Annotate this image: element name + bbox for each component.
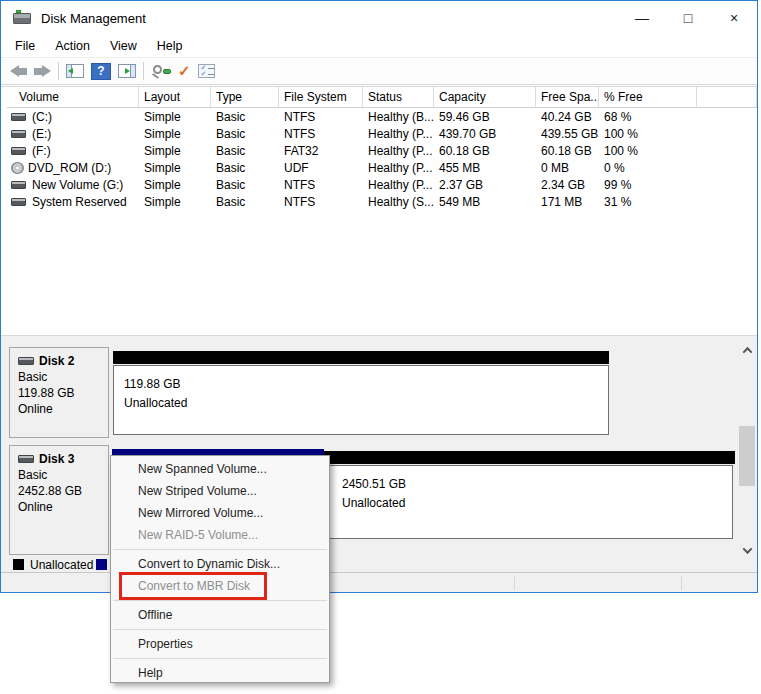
region-size: 2450.51 GB	[342, 475, 732, 494]
cell-percent-free: 68 %	[599, 110, 697, 124]
volume-row-e[interactable]: (E:) Simple Basic NTFS Healthy (P... 439…	[7, 125, 757, 142]
commit-check-button[interactable]: ✓	[178, 60, 191, 82]
scroll-up-button[interactable]	[739, 342, 755, 358]
disk2-unallocated-region[interactable]: 119.88 GB Unallocated	[113, 365, 609, 435]
menu-help[interactable]: Help	[147, 37, 193, 55]
cell-free-space: 171 MB	[536, 195, 599, 209]
column-header-layout[interactable]: Layout	[139, 87, 211, 107]
column-header-volume[interactable]: Volume	[7, 87, 139, 107]
menu-item-properties[interactable]: Properties	[111, 633, 329, 655]
disk-type: Basic	[18, 467, 108, 483]
volume-name: (E:)	[32, 127, 51, 141]
menu-item-offline[interactable]: Offline	[111, 604, 329, 626]
volume-row-f[interactable]: (F:) Simple Basic FAT32 Healthy (P... 60…	[7, 142, 757, 159]
primary-partition-legend-swatch	[96, 559, 107, 570]
table-header-row: Volume Layout Type File System Status Ca…	[7, 87, 757, 108]
disk-icon	[18, 357, 34, 365]
scrollbar-thumb[interactable]	[739, 426, 755, 486]
dvd-icon	[11, 162, 24, 174]
column-header-capacity[interactable]: Capacity	[434, 87, 536, 107]
volume-name: (C:)	[32, 110, 52, 124]
cell-status: Healthy (P...	[363, 144, 434, 158]
back-button[interactable]	[10, 60, 27, 82]
minimize-button[interactable]: —	[619, 1, 665, 35]
help-button[interactable]: ?	[91, 60, 111, 82]
disk-name: Disk 3	[39, 451, 74, 467]
status-bar-divider	[681, 576, 682, 590]
cell-free-space: 60.18 GB	[536, 144, 599, 158]
show-console-tree-button[interactable]	[66, 60, 84, 82]
volume-row-g[interactable]: New Volume (G:) Simple Basic NTFS Health…	[7, 176, 757, 193]
forward-icon	[34, 65, 51, 77]
cell-capacity: 439.70 GB	[434, 127, 536, 141]
drive-icon	[11, 198, 26, 206]
menu-file[interactable]: File	[5, 37, 45, 55]
cell-status: Healthy (S...	[363, 195, 434, 209]
cell-type: Basic	[211, 195, 279, 209]
app-icon	[13, 13, 31, 24]
chevron-down-icon	[742, 544, 752, 554]
volume-row-system-reserved[interactable]: System Reserved Simple Basic NTFS Health…	[7, 193, 757, 210]
cell-capacity: 455 MB	[434, 161, 536, 175]
checklist-icon: ✓ ✓	[198, 64, 215, 78]
menu-item-new-spanned-volume[interactable]: New Spanned Volume...	[111, 458, 329, 480]
menu-view[interactable]: View	[100, 37, 147, 55]
cell-file-system: NTFS	[279, 127, 363, 141]
column-header-status[interactable]: Status	[363, 87, 434, 107]
menu-item-help[interactable]: Help	[111, 662, 329, 684]
zoom-button[interactable]	[151, 60, 171, 82]
action-pane-icon	[118, 64, 136, 78]
volume-name: New Volume (G:)	[32, 178, 123, 192]
magnifier-icon	[151, 63, 171, 80]
cell-file-system: NTFS	[279, 178, 363, 192]
disk-icon	[18, 455, 34, 463]
cell-free-space: 40.24 GB	[536, 110, 599, 124]
cell-layout: Simple	[139, 127, 211, 141]
disk-size: 2452.88 GB	[18, 483, 108, 499]
menu-action[interactable]: Action	[45, 37, 100, 55]
cell-type: Basic	[211, 161, 279, 175]
volume-row-dvd[interactable]: DVD_ROM (D:) Simple Basic UDF Healthy (P…	[7, 159, 757, 176]
disk2-unallocated-strip	[113, 351, 609, 364]
column-header-type[interactable]: Type	[211, 87, 279, 107]
menu-item-new-raid5-volume[interactable]: New RAID-5 Volume...	[111, 524, 329, 546]
disk3-card[interactable]: Disk 3 Basic 2452.88 GB Online	[9, 445, 109, 555]
vertical-scrollbar[interactable]	[739, 342, 755, 558]
column-header-percent-free[interactable]: % Free	[599, 87, 697, 107]
menu-separator	[113, 549, 327, 550]
menu-separator	[113, 629, 327, 630]
cell-type: Basic	[211, 144, 279, 158]
cell-percent-free: 31 %	[599, 195, 697, 209]
cell-layout: Simple	[139, 144, 211, 158]
cell-capacity: 60.18 GB	[434, 144, 536, 158]
volume-name: (F:)	[32, 144, 51, 158]
drive-icon	[11, 130, 26, 138]
column-header-file-system[interactable]: File System	[279, 87, 363, 107]
drive-icon	[11, 147, 26, 155]
toolbar-separator	[58, 62, 59, 80]
checklist-button[interactable]: ✓ ✓	[198, 60, 215, 82]
cell-layout: Simple	[139, 110, 211, 124]
cell-file-system: NTFS	[279, 110, 363, 124]
volume-row-c[interactable]: (C:) Simple Basic NTFS Healthy (B... 59.…	[7, 108, 757, 125]
window-title: Disk Management	[41, 11, 146, 26]
unallocated-legend-label: Unallocated	[30, 558, 93, 572]
cell-layout: Simple	[139, 178, 211, 192]
cell-free-space: 0 MB	[536, 161, 599, 175]
column-header-free-space[interactable]: Free Spa...	[536, 87, 599, 107]
context-menu: New Spanned Volume... New Striped Volume…	[110, 455, 330, 683]
region-label: Unallocated	[342, 494, 732, 513]
forward-button[interactable]	[34, 60, 51, 82]
close-button[interactable]: ×	[711, 1, 757, 35]
maximize-button[interactable]: □	[665, 1, 711, 35]
volume-name: System Reserved	[32, 195, 127, 209]
console-tree-icon	[66, 64, 84, 78]
menu-item-new-striped-volume[interactable]: New Striped Volume...	[111, 480, 329, 502]
menu-item-new-mirrored-volume[interactable]: New Mirrored Volume...	[111, 502, 329, 524]
show-action-pane-button[interactable]	[118, 60, 136, 82]
disk-status: Online	[18, 401, 108, 417]
toolbar: ? ✓ ✓ ✓	[1, 58, 757, 85]
cell-free-space: 439.55 GB	[536, 127, 599, 141]
disk2-card[interactable]: Disk 2 Basic 119.88 GB Online	[9, 347, 109, 438]
volume-name: DVD_ROM (D:)	[28, 161, 111, 175]
